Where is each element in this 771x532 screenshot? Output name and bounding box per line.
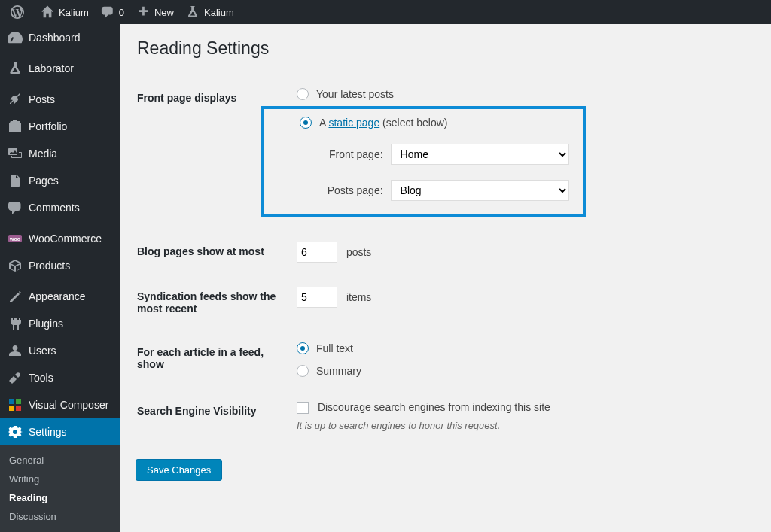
home-icon: [41, 5, 54, 19]
plus-icon: [136, 5, 150, 19]
static-page-highlight: A static page (select below) Front page:…: [261, 106, 586, 217]
menu-label: Portfolio: [29, 120, 67, 132]
menu-label: Visual Composer: [29, 399, 108, 411]
sev-checkbox-wrapper[interactable]: Discourage search engines from indexing …: [297, 401, 550, 413]
pin-icon: [8, 92, 23, 107]
visual-composer-icon: [8, 397, 23, 412]
wordpress-icon: [11, 5, 24, 19]
svg-text:woo: woo: [9, 236, 20, 242]
menu-posts[interactable]: Posts: [0, 86, 120, 113]
menu-label: Laborator: [29, 62, 74, 74]
submenu-discussion[interactable]: Discussion: [0, 507, 120, 526]
menu-label: Appearance: [29, 290, 86, 302]
radio-latest-posts[interactable]: [297, 88, 309, 100]
menu-products[interactable]: Products: [0, 252, 120, 279]
menu-media[interactable]: Media: [0, 140, 120, 167]
label-feed-show: For each article in a feed, show: [137, 331, 288, 388]
submenu-writing[interactable]: Writing: [0, 470, 120, 488]
svg-rect-3: [16, 399, 21, 404]
menu-users[interactable]: Users: [0, 337, 120, 364]
appearance-icon: [8, 289, 23, 304]
radio-latest-posts-label[interactable]: Your latest posts: [316, 88, 394, 100]
pages-icon: [8, 173, 23, 188]
input-blog-pages[interactable]: [297, 242, 337, 263]
menu-label: Posts: [29, 93, 55, 105]
plugins-icon: [8, 316, 23, 331]
svg-rect-2: [9, 399, 14, 404]
comment-icon: [101, 5, 114, 19]
new-content-link[interactable]: New: [130, 0, 180, 24]
menu-woocommerce[interactable]: woo WooCommerce: [0, 225, 120, 252]
menu-comments[interactable]: Comments: [0, 194, 120, 221]
page-title: Reading Settings: [137, 38, 756, 59]
svg-rect-4: [9, 406, 14, 411]
radio-full-text[interactable]: [297, 342, 309, 354]
wp-logo[interactable]: [5, 0, 35, 24]
settings-submenu: General Writing Reading Discussion Media…: [0, 445, 120, 532]
radio-full-text-label[interactable]: Full text: [316, 342, 353, 354]
posts-page-select-label: Posts page:: [307, 184, 383, 196]
kalium-link[interactable]: Kalium: [180, 0, 240, 24]
submenu-general[interactable]: General: [0, 451, 120, 470]
woocommerce-icon: woo: [8, 231, 23, 246]
checkbox-sev[interactable]: [297, 402, 309, 414]
site-home-link[interactable]: Kalium: [35, 0, 95, 24]
content-area: Reading Settings Front page displays You…: [120, 24, 771, 532]
front-page-select[interactable]: Home: [391, 144, 569, 165]
sev-checkbox-label: Discourage search engines from indexing …: [318, 401, 550, 413]
settings-icon: [8, 424, 23, 439]
menu-settings[interactable]: Settings: [0, 418, 120, 445]
users-icon: [8, 343, 23, 358]
syndication-unit: items: [346, 291, 371, 303]
menu-label: Settings: [29, 426, 67, 438]
flask-icon: [8, 61, 23, 76]
radio-summary[interactable]: [297, 365, 309, 377]
static-prefix: A: [319, 117, 328, 129]
products-icon: [8, 258, 23, 273]
menu-dashboard[interactable]: Dashboard: [0, 24, 120, 51]
menu-visual-composer[interactable]: Visual Composer: [0, 391, 120, 418]
menu-label: Plugins: [29, 318, 63, 330]
menu-label: Products: [29, 260, 70, 272]
menu-label: Pages: [29, 175, 59, 187]
svg-rect-5: [16, 406, 21, 411]
menu-label: Users: [29, 345, 56, 357]
comments-icon: [8, 200, 23, 215]
static-suffix: (select below): [379, 117, 447, 129]
menu-label: WooCommerce: [29, 233, 102, 245]
submenu-reading[interactable]: Reading: [0, 488, 120, 507]
front-page-select-label: Front page:: [307, 148, 383, 160]
media-icon: [8, 146, 23, 161]
radio-static-page-label[interactable]: A static page (select below): [319, 117, 447, 129]
admin-bar: Kalium 0 New Kalium: [0, 0, 771, 24]
kalium-label: Kalium: [204, 7, 234, 18]
portfolio-icon: [8, 119, 23, 134]
posts-page-select[interactable]: Blog: [391, 180, 569, 201]
tools-icon: [8, 370, 23, 385]
menu-pages[interactable]: Pages: [0, 167, 120, 194]
site-name: Kalium: [59, 7, 89, 18]
menu-label: Dashboard: [29, 32, 81, 44]
comments-link[interactable]: 0: [95, 0, 130, 24]
menu-tools[interactable]: Tools: [0, 364, 120, 391]
menu-plugins[interactable]: Plugins: [0, 310, 120, 337]
submenu-media[interactable]: Media: [0, 526, 120, 532]
new-label: New: [154, 7, 174, 18]
save-changes-button[interactable]: Save Changes: [136, 459, 222, 481]
menu-label: Comments: [29, 202, 80, 214]
label-sev: Search Engine Visibility: [137, 390, 288, 442]
static-page-link[interactable]: static page: [328, 117, 379, 129]
menu-label: Media: [29, 147, 57, 160]
comments-count: 0: [119, 7, 124, 18]
flask-icon: [186, 5, 200, 19]
menu-laborator[interactable]: Laborator: [0, 55, 120, 82]
menu-appearance[interactable]: Appearance: [0, 283, 120, 310]
sev-description: It is up to search engines to honor this…: [297, 420, 747, 431]
menu-portfolio[interactable]: Portfolio: [0, 113, 120, 140]
blog-pages-unit: posts: [346, 246, 371, 258]
radio-summary-label[interactable]: Summary: [316, 365, 361, 377]
input-syndication[interactable]: [297, 287, 337, 308]
label-syndication: Syndication feeds show the most recent: [137, 275, 288, 330]
dashboard-icon: [8, 30, 23, 45]
radio-static-page[interactable]: [300, 117, 312, 129]
